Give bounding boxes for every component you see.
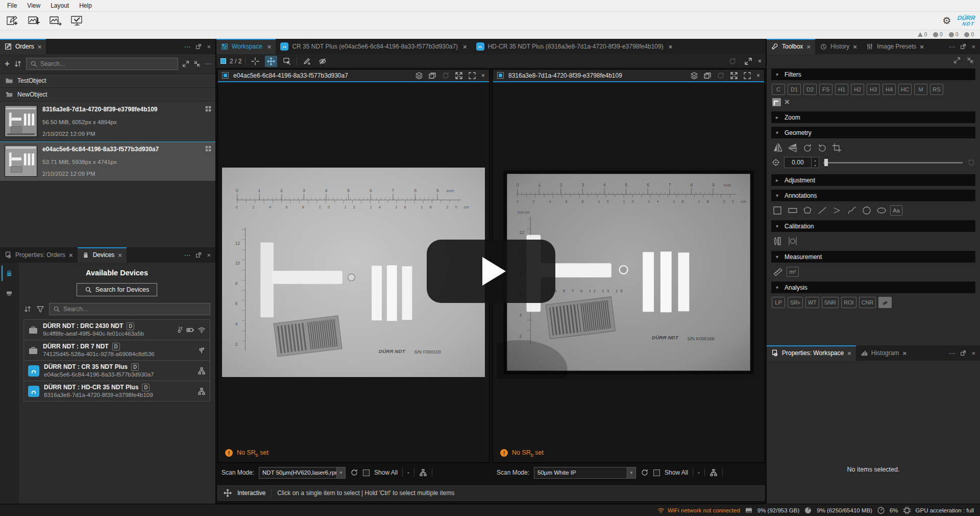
popout-icon[interactable] — [960, 349, 967, 357]
wt-analysis-button[interactable]: WT — [805, 297, 819, 308]
section-header-adjustment[interactable]: ▸ Adjustment — [771, 174, 976, 186]
close-icon[interactable]: × — [207, 43, 211, 51]
image-stack-icon[interactable] — [703, 72, 712, 80]
filter-c-button[interactable]: C — [772, 84, 785, 95]
export-image-button[interactable] — [48, 14, 63, 28]
filter-m-button[interactable]: M — [914, 84, 927, 95]
close-icon[interactable]: × — [669, 43, 673, 51]
close-icon[interactable]: × — [463, 43, 467, 51]
device-row-dr7[interactable]: DÜRR NDT : DR 7 NDTD 74125d45-528a-401c-… — [23, 340, 210, 361]
close-icon[interactable]: × — [971, 43, 975, 51]
rotation-target-icon[interactable] — [772, 158, 780, 167]
close-icon[interactable]: × — [118, 251, 122, 259]
warning-count-badge[interactable]: 0 — [918, 32, 927, 37]
pan-tool-button[interactable] — [265, 56, 277, 67]
hide-annotations-button[interactable] — [316, 56, 329, 67]
refresh-icon[interactable] — [350, 468, 358, 477]
import-image-button[interactable] — [27, 14, 42, 28]
new-order-button[interactable] — [5, 14, 20, 28]
annotate-tool-button[interactable] — [301, 56, 313, 67]
reset-rotation-icon[interactable] — [967, 158, 975, 167]
lp-analysis-button[interactable]: LP — [772, 297, 785, 308]
sort-icon[interactable] — [14, 60, 22, 68]
close-icon[interactable]: × — [758, 58, 762, 65]
close-icon[interactable]: × — [38, 43, 42, 51]
gpu-status[interactable]: GPU acceleration : full — [916, 507, 974, 513]
circle-calibration-button[interactable] — [787, 236, 799, 247]
close-icon[interactable]: × — [207, 251, 211, 259]
polyline-annotation-button[interactable] — [831, 205, 843, 216]
tab-histogram[interactable]: Histogram × — [856, 345, 911, 361]
more-icon[interactable]: ⋯ — [184, 43, 190, 51]
close-icon[interactable]: × — [902, 349, 906, 357]
filter-h4-button[interactable]: H4 — [883, 84, 896, 95]
custom-filter-icon[interactable] — [772, 98, 782, 107]
maximize-workspace-icon[interactable] — [742, 56, 754, 67]
menu-help[interactable]: Help — [75, 1, 96, 10]
settings-gear-icon[interactable]: ⚙ — [942, 15, 951, 27]
length-calibration-button[interactable] — [772, 236, 784, 247]
show-all-checkbox[interactable] — [363, 470, 370, 476]
filter-rs-button[interactable]: RS — [930, 84, 943, 95]
text-annotation-button[interactable]: Aa — [890, 205, 902, 216]
local-devices-icon[interactable] — [2, 285, 17, 300]
more-icon[interactable]: ⋯ — [184, 251, 190, 259]
wedge-analysis-button[interactable] — [878, 297, 892, 308]
viewer-select-checkbox[interactable] — [222, 72, 229, 79]
rotation-slider[interactable] — [823, 159, 963, 166]
expand-sections-icon[interactable] — [953, 57, 961, 64]
cnr-analysis-button[interactable]: CNR — [859, 297, 876, 308]
sr-analysis-button[interactable]: SRb — [788, 297, 803, 308]
crop-button[interactable] — [831, 142, 843, 153]
add-order-button[interactable]: + — [5, 59, 10, 69]
close-icon[interactable]: × — [806, 43, 811, 51]
collapse-all-icon[interactable] — [193, 60, 201, 67]
viewer-select-checkbox[interactable] — [497, 72, 504, 79]
grid-icon[interactable] — [205, 145, 212, 152]
tab-properties-orders[interactable]: Properties: Orders × — [0, 247, 78, 263]
orders-search-input[interactable] — [40, 60, 174, 67]
tab-devices[interactable]: Devices × — [78, 247, 127, 263]
close-icon[interactable]: × — [920, 43, 924, 51]
tab-toolbox[interactable]: Toolbox × — [767, 39, 815, 54]
polygon-annotation-button[interactable] — [801, 205, 814, 216]
expand-icon[interactable] — [730, 72, 738, 80]
section-header-annotations[interactable]: ▾ Annotations — [771, 189, 976, 202]
roi-analysis-button[interactable]: ROI — [841, 297, 856, 308]
more-icon[interactable]: ⋯ — [205, 60, 211, 67]
popout-icon[interactable] — [960, 43, 967, 50]
order-item-selected[interactable]: e04ac5e6-6c84-4196-8a33-f577b3d930a7 53.… — [0, 142, 215, 181]
layers-icon[interactable] — [415, 72, 423, 80]
more-icon[interactable]: ⋯ — [948, 43, 955, 51]
expand-all-icon[interactable] — [182, 60, 189, 67]
tab-workspace[interactable]: Workspace × — [216, 39, 276, 54]
close-icon[interactable]: × — [756, 72, 760, 79]
cpu-usage[interactable]: 6% — [890, 507, 898, 513]
filter-h2-button[interactable]: H2 — [851, 84, 864, 95]
info-count-badge[interactable]: 0 — [964, 32, 974, 37]
network-icon[interactable] — [709, 468, 718, 477]
fullscreen-icon[interactable] — [468, 72, 476, 80]
filter-h3-button[interactable]: H3 — [867, 84, 880, 95]
search-for-devices-button[interactable]: Search for Devices — [77, 283, 158, 296]
line-annotation-button[interactable] — [816, 205, 828, 216]
rotate-cw-button[interactable] — [801, 142, 814, 153]
ellipse-annotation-button[interactable] — [875, 205, 888, 216]
spin-up-icon[interactable]: ▴ — [812, 157, 819, 162]
popout-icon[interactable] — [195, 251, 202, 259]
disk-usage[interactable]: 9% (92/953 GB) — [757, 507, 799, 513]
rectangle-annotation-button[interactable] — [787, 205, 799, 216]
refresh-icon[interactable] — [641, 468, 649, 477]
section-header-zoom[interactable]: ▸ Zoom — [771, 111, 976, 124]
tab-properties-workspace[interactable]: Properties: Workspace × — [767, 345, 856, 361]
close-icon[interactable]: × — [69, 251, 73, 259]
grid-icon[interactable] — [205, 105, 212, 112]
filter-h1-button[interactable]: H1 — [835, 84, 848, 95]
close-icon[interactable]: × — [847, 349, 851, 357]
tab-cr35[interactable]: CR 35 NDT Plus (e04ac5e6-6c84-4196-8a33-… — [276, 39, 471, 54]
menu-layout[interactable]: Layout — [46, 1, 73, 10]
device-row-cr35[interactable]: DÜRR NDT : CR 35 NDT PlusD e04ac5e6-6c84… — [23, 360, 210, 381]
device-row-drc2430[interactable]: DÜRR NDT : DRC 2430 NDTD 9c4ff8fe-aeaf-4… — [23, 319, 210, 340]
tab-orders[interactable]: Orders × — [0, 39, 46, 54]
filter-d1-button[interactable]: D1 — [788, 84, 801, 95]
